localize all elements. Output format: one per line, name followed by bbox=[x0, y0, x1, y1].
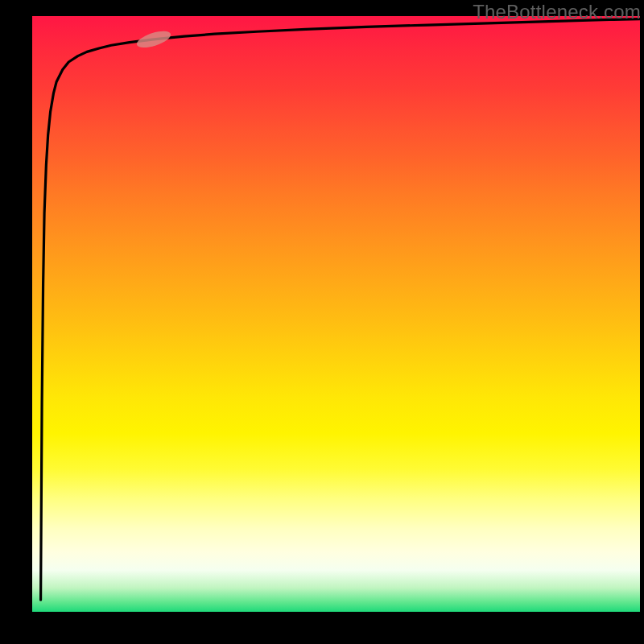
bottleneck-curve bbox=[41, 19, 640, 601]
highlight-marker bbox=[135, 27, 173, 51]
svg-point-0 bbox=[135, 27, 173, 51]
curve-layer bbox=[32, 16, 640, 612]
chart-frame: TheBottleneck.com bbox=[0, 0, 644, 644]
watermark-text: TheBottleneck.com bbox=[473, 1, 641, 23]
